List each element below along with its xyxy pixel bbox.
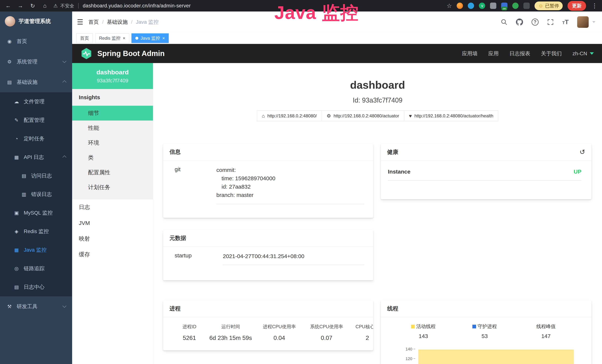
sidebar-item-label: 链路追踪 [24,265,44,272]
process-value: 6d 23h 15m 59s [206,334,256,341]
instance-id: Id: 93a3fc7f7409 [153,96,602,104]
sidebar-item-infra[interactable]: ▤ 基础设施 [0,72,72,92]
github-icon[interactable] [516,19,523,26]
breadcrumb-infra[interactable]: 基础设施 [107,19,128,26]
tab-label: 首页 [80,35,89,41]
sba-item-jvm[interactable]: JVM [72,215,153,231]
health-url-link[interactable]: ♥ http://192.168.0.2:48080/actuator/heal… [404,110,498,121]
avatar-caret-icon[interactable] [592,21,595,23]
sba-item-scheduled-tasks[interactable]: 计划任务 [72,180,153,195]
breadcrumb-home[interactable]: 首页 [88,19,99,26]
breadcrumb-separator: / [102,19,104,25]
url-text: dashboard.yudao.iocoder.cn/infra/admin-s… [83,3,191,9]
paused-badge[interactable]: ☺ 已暂停 [535,1,563,10]
sidebar-item-label: 定时任务 [24,135,44,142]
process-value: 2 [350,334,373,341]
update-button[interactable]: 更新 [568,1,586,11]
back-icon[interactable]: ← [4,3,12,9]
fullscreen-icon[interactable] [547,19,554,25]
sidebar-item-label: 文件管理 [24,98,44,105]
sidebar-item-redis-monitor[interactable]: ◈ Redis 监控 [0,222,72,241]
sidebar-item-config-manage[interactable]: ✎ 配置管理 [0,111,72,129]
sba-item-loggers[interactable]: 日志 [72,199,153,215]
sba-item-performance[interactable]: 性能 [72,120,153,135]
sidebar-item-log-center[interactable]: ▤ 日志中心 [0,278,72,296]
actuator-url-link[interactable]: ⚙ http://192.168.0.2:48080/actuator [322,110,404,121]
info-line: id: 27aa832 [216,182,364,191]
sba-locale-select[interactable]: zh-CN [572,51,594,57]
sba-item-config-props[interactable]: 配置属性 [72,165,153,180]
user-avatar[interactable] [577,16,589,28]
sidebar-item-trace[interactable]: ◎ 链路追踪 [0,259,72,278]
app-logo[interactable]: 芋道管理系统 [0,11,72,31]
sba-nav: 应用墙 应用 日志报表 关于我们 zh-CN [462,50,594,57]
search-icon[interactable] [501,19,507,25]
process-table: 进程ID 运行时间 进程CPU使用率 系统CPU使用率 CPU核心数 5261 … [170,322,364,343]
font-size-icon[interactable]: TT [562,18,569,26]
process-card: 进程 进程ID 运行时间 进程CPU使用率 系统CPU使用率 CPU核心数 52… [163,300,373,351]
sidebar-item-access-logs[interactable]: ▤ 访问日志 [0,167,72,185]
document-icon: ▤ [13,284,20,290]
sidebar-item-home[interactable]: ◉ 首页 [0,31,72,52]
sidebar-item-scheduled-tasks[interactable]: ◔ 定时任务 [0,129,72,148]
chevron-up-icon [63,155,66,159]
browser-menu-icon[interactable]: ⋮ [591,2,598,9]
extension-grid-icon[interactable] [490,3,496,9]
extension-fox-icon[interactable] [457,3,463,9]
chevron-down-icon [590,52,594,55]
metadata-value: 2021-04-27T00:44:31.254+08:00 [223,252,364,265]
extension-on-icon[interactable]: on [501,3,507,9]
sba-brand[interactable]: Spring Boot Admin [97,49,165,58]
sidebar-item-file-manage[interactable]: ☁ 文件管理 [0,92,72,111]
close-icon[interactable]: × [162,36,165,40]
legend-square-blue [473,325,476,328]
sidebar-item-java-monitor[interactable]: ▦ Java 监控 [0,241,72,259]
home-icon: ⌂ [262,113,265,119]
sidebar-item-error-logs[interactable]: ▥ 错误日志 [0,185,72,203]
extension-v-icon[interactable] [479,3,485,9]
sba-nav-applications[interactable]: 应用 [488,50,499,57]
tab-redis-monitor[interactable]: Redis 监控 × [95,33,129,43]
tab-java-monitor[interactable]: Java 监控 × [131,33,169,43]
sba-nav-about[interactable]: 关于我们 [541,50,562,57]
extension-leaf-icon[interactable] [512,3,519,9]
threads-chart: 140 120 100 [387,347,582,364]
forward-icon[interactable]: → [17,3,24,9]
metadata-card: 元数据 startup 2021-04-27T00:44:31.254+08:0… [163,230,373,280]
reload-icon[interactable]: ↻ [29,3,36,9]
sba-nav-wallboard[interactable]: 应用墙 [462,50,478,57]
process-card-header: 进程 [163,300,373,317]
sba-item-mappings[interactable]: 映射 [72,231,153,247]
home-icon[interactable]: ⌂ [41,3,49,9]
active-dot [135,37,138,40]
address-bar[interactable]: ⚠ 不安全 dashboard.yudao.iocoder.cn/infra/a… [54,3,191,9]
help-icon[interactable]: ? [532,19,538,26]
sba-nav-journal[interactable]: 日志报表 [509,50,530,57]
dashboard-icon: ◉ [6,39,13,44]
y-axis-tick: 120 [400,356,412,361]
health-instance-label: Instance [388,169,410,175]
info-row-git: git commit: time: 1596289704000 id: 27aa… [170,166,364,204]
card-title: 线程 [387,305,398,312]
sba-item-details[interactable]: 细节 [72,106,153,120]
service-url-link[interactable]: ⌂ http://192.168.0.2:48080/ [257,110,322,121]
sidebar-item-mysql-monitor[interactable]: ▣ MySQL 监控 [0,203,72,222]
sba-app-block[interactable]: dashboard 93a3fc7f7409 [72,63,153,89]
sba-app-name: dashboard [97,69,129,76]
info-card-header: 信息 [163,144,373,161]
sba-item-caches[interactable]: 缓存 [72,247,153,262]
document-icon: ▤ [21,173,27,179]
extension-drop-icon[interactable] [468,3,474,9]
extensions-puzzle-icon[interactable] [523,3,530,9]
sidebar-item-devtools[interactable]: ⚒ 研发工具 [0,296,72,317]
warning-icon: ⚠ [54,3,58,9]
sba-item-environment[interactable]: 环境 [72,135,153,150]
sba-item-classes[interactable]: 类 [72,150,153,165]
sidebar-item-system[interactable]: ⚙ 系统管理 [0,52,72,72]
history-icon[interactable]: ↺ [580,148,585,156]
close-icon[interactable]: × [123,36,125,40]
bookmark-star-icon[interactable]: ☆ [447,2,452,9]
hamburger-icon[interactable]: ☰ [72,18,88,26]
tab-home[interactable]: 首页 [76,33,93,43]
sidebar-item-api-logs[interactable]: ▦ API 日志 [0,148,72,167]
